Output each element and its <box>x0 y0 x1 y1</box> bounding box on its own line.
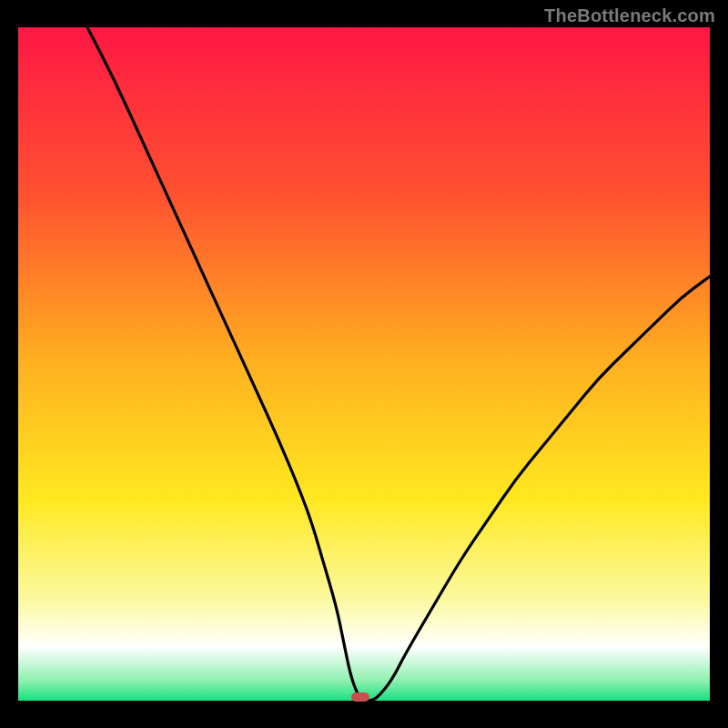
chart-frame: TheBottleneck.com <box>0 0 728 728</box>
watermark-text: TheBottleneck.com <box>544 5 715 26</box>
bottleneck-curve <box>18 27 710 701</box>
optimal-marker <box>351 693 369 702</box>
plot-area <box>18 27 710 701</box>
